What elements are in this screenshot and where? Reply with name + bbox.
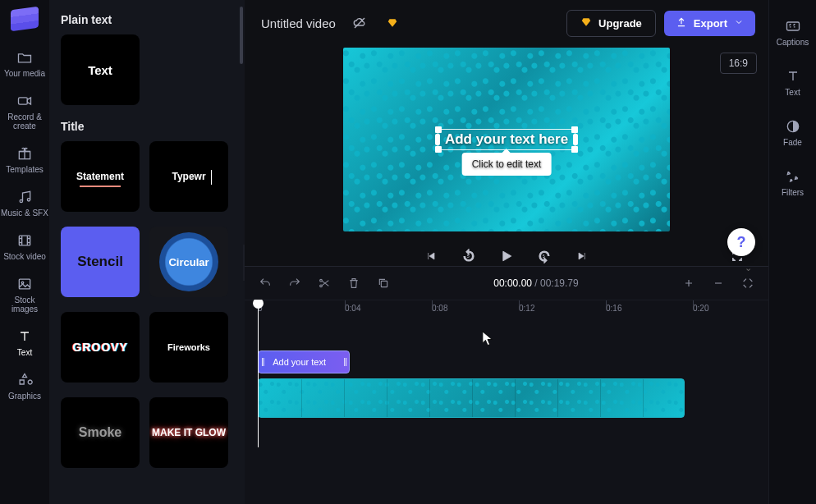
thumb-stencil[interactable]: Stencil (61, 227, 140, 297)
shapes-icon (16, 372, 33, 388)
thumb-statement[interactable]: Statement (61, 141, 140, 212)
play-button[interactable] (497, 246, 516, 266)
rail-music-sfx[interactable]: Music & SFX (0, 182, 49, 224)
topbar: Untitled video Upgrade Export (245, 0, 768, 46)
upload-icon (676, 16, 687, 30)
ruler-tick: 0 (258, 304, 263, 313)
timeline-tracks[interactable]: 0 0:04 0:08 0:12 0:16 0:20 Add your text (245, 300, 768, 504)
rewind-5s-button[interactable]: 5 (459, 246, 479, 266)
thumb-make-it-glow[interactable]: MAKE IT GLOW (149, 397, 228, 468)
rail-label: Music & SFX (1, 208, 48, 218)
rail-text[interactable]: Text (0, 322, 49, 364)
transport-controls: 5 5 (245, 246, 768, 266)
text-icon (785, 68, 801, 85)
upgrade-label: Upgrade (598, 17, 642, 30)
filters-icon (785, 168, 801, 185)
rail-graphics[interactable]: Graphics (0, 365, 49, 407)
skip-start-button[interactable] (421, 246, 441, 266)
edit-tooltip: Click to edit text (462, 153, 552, 176)
rail-templates[interactable]: Templates (0, 139, 49, 181)
rrail-fade[interactable]: Fade (768, 115, 817, 150)
rail-label: Your media (4, 69, 45, 78)
skip-end-button[interactable] (572, 246, 592, 266)
camera-icon (16, 93, 33, 109)
project-title-input[interactable]: Untitled video (258, 11, 339, 35)
redo-button[interactable] (286, 274, 304, 292)
premium-diamond-icon[interactable] (380, 11, 405, 35)
delete-button[interactable] (345, 274, 363, 292)
duration: 00:19.79 (540, 277, 579, 289)
undo-button[interactable] (256, 274, 274, 292)
thumb-label: Stencil (77, 254, 123, 270)
svg-text:5: 5 (543, 254, 545, 259)
chevron-down-icon[interactable]: ⌄ (745, 263, 752, 273)
thumb-typewriter[interactable]: Typewr (149, 141, 228, 212)
export-button[interactable]: Export (664, 11, 755, 36)
thumb-label: Statement (76, 171, 124, 182)
text-icon (16, 328, 33, 345)
rail-record-create[interactable]: Record & create (0, 86, 49, 137)
rail-label: Graphics (8, 392, 41, 401)
right-rail: Captions Text Fade Filters (768, 0, 816, 504)
svg-point-2 (20, 199, 22, 202)
cloud-sync-off-icon[interactable] (347, 11, 372, 35)
fade-icon (785, 118, 801, 135)
resize-handle[interactable] (435, 126, 442, 133)
rail-stock-images[interactable]: Stock images (0, 269, 49, 320)
svg-rect-5 (19, 279, 30, 289)
rrail-filters[interactable]: Filters (768, 165, 817, 200)
image-icon (16, 276, 33, 292)
text-element-selected[interactable]: Add your text here Click to edit text (438, 129, 575, 150)
gift-icon (16, 145, 33, 162)
ruler-tick: 0:04 (345, 304, 360, 313)
svg-rect-12 (381, 281, 387, 286)
preview-area: Add your text here Click to edit text 5 … (245, 46, 768, 266)
rail-label: Text (785, 88, 800, 97)
rail-label: Filters (782, 188, 804, 197)
resize-handle[interactable] (571, 126, 578, 133)
resize-handle[interactable] (571, 146, 578, 153)
rail-label: Templates (6, 165, 44, 174)
resize-handle[interactable] (435, 146, 442, 153)
rail-your-media[interactable]: Your media (0, 43, 49, 85)
thumb-circular[interactable]: Circular (149, 227, 228, 297)
timeline-ruler[interactable]: 0 0:04 0:08 0:12 0:16 0:20 (245, 300, 768, 321)
app-logo[interactable] (11, 7, 39, 32)
thumb-label: GROOVY (72, 341, 127, 354)
thumb-groovy[interactable]: GROOVY (61, 312, 140, 383)
resize-handle[interactable] (435, 134, 440, 145)
rail-stock-video[interactable]: Stock video (0, 226, 49, 268)
thumb-label: Circular (159, 232, 218, 291)
timeline-clip-video[interactable] (258, 378, 685, 418)
thumb-label: MAKE IT GLOW (152, 427, 226, 438)
diamond-icon (580, 16, 592, 30)
panel-scrollbar[interactable] (240, 7, 243, 64)
upgrade-button[interactable]: Upgrade (566, 10, 656, 37)
zoom-out-button[interactable] (709, 274, 727, 292)
panel-collapse-button[interactable]: ‹ (243, 245, 245, 281)
rrail-captions[interactable]: Captions (768, 15, 817, 50)
forward-5s-button[interactable]: 5 (534, 246, 554, 266)
mouse-cursor-icon (482, 331, 493, 347)
playhead[interactable] (258, 300, 259, 447)
thumb-plain-text[interactable]: Text (61, 34, 140, 105)
help-button[interactable]: ? (727, 228, 755, 256)
resize-handle[interactable] (573, 134, 578, 145)
thumb-fireworks[interactable]: Fireworks (149, 312, 228, 383)
zoom-in-button[interactable] (680, 274, 698, 292)
duplicate-button[interactable] (374, 274, 392, 292)
split-button[interactable] (315, 274, 333, 292)
aspect-ratio-button[interactable]: 16:9 (720, 53, 757, 74)
timeline-clip-text[interactable]: Add your text (258, 351, 350, 373)
film-icon (16, 232, 33, 249)
timeline-toolbar: 00:00.00 / 00:19.79 (245, 267, 768, 300)
rrail-text[interactable]: Text (768, 65, 817, 100)
timecode: 00:00.00 / 00:19.79 (404, 277, 668, 289)
thumb-smoke[interactable]: Smoke (61, 397, 140, 468)
video-canvas[interactable]: Add your text here Click to edit text (343, 48, 670, 231)
ruler-tick: 0:12 (519, 304, 534, 313)
zoom-fit-button[interactable] (739, 274, 757, 292)
ruler-tick: 0:08 (432, 304, 447, 313)
panel-section-title: Title (61, 120, 233, 133)
chevron-down-icon (734, 17, 744, 30)
